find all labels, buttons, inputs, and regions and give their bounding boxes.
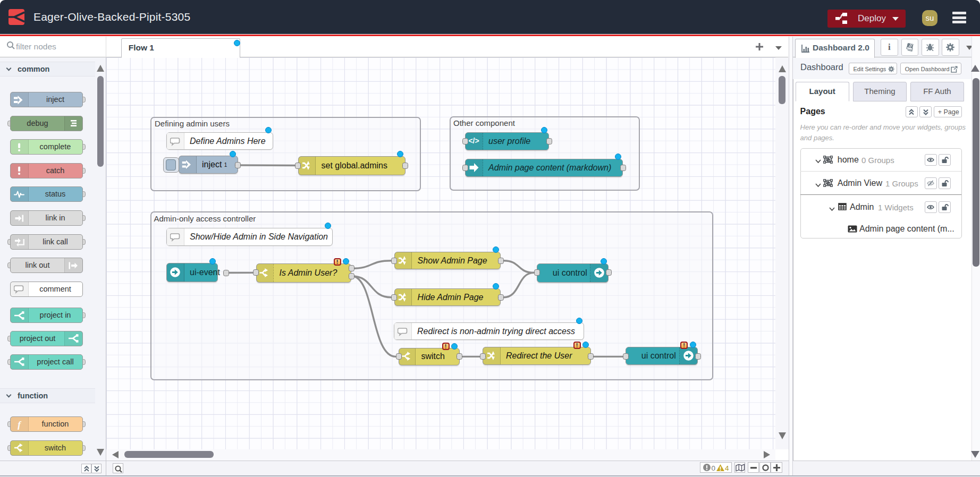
- svg-text:</>: </>: [468, 137, 479, 145]
- svg-text:i: i: [888, 43, 891, 52]
- svg-text:f: f: [18, 419, 22, 429]
